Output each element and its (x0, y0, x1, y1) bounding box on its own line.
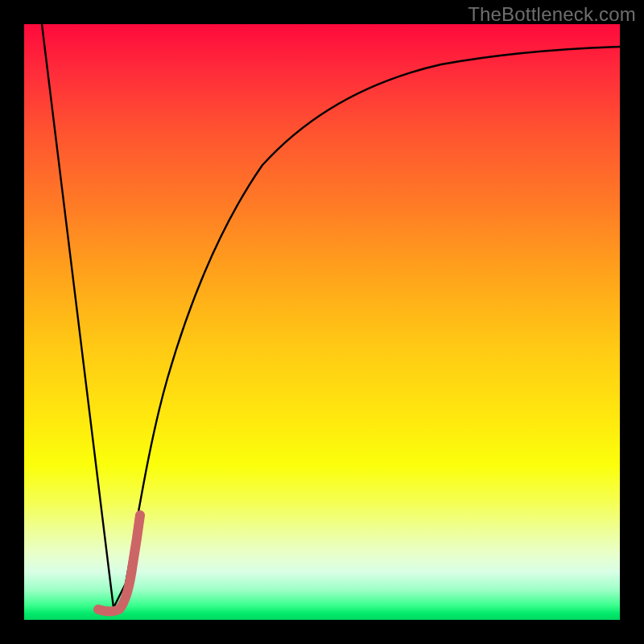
black-curve (42, 24, 620, 608)
plot-area (24, 24, 620, 620)
curves-layer (24, 24, 620, 620)
chart-frame: TheBottleneck.com (0, 0, 644, 644)
watermark-text: TheBottleneck.com (468, 3, 636, 26)
